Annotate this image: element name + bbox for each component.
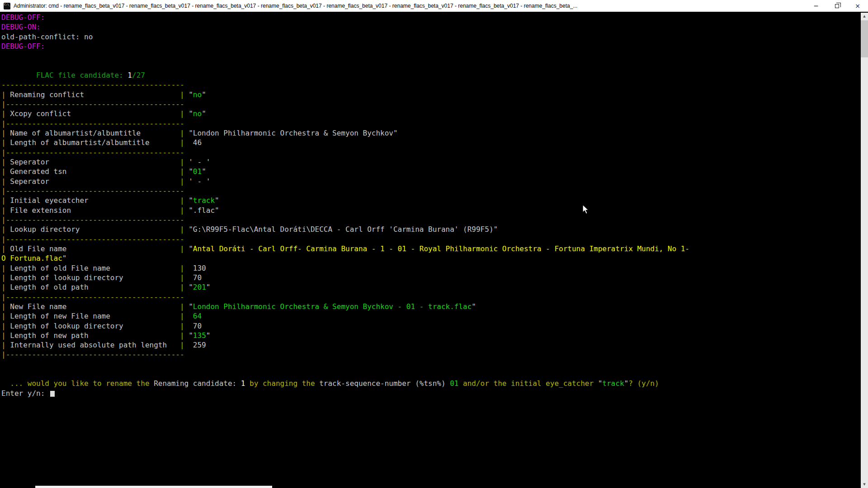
console-text-segment: " (206, 331, 211, 340)
console-text-segment: " (598, 379, 603, 388)
console-text-segment: "G:\R99F5-Flac\Antal Doráti\DECCA - Carl… (189, 225, 498, 234)
console-text-segment: Length of old File name (10, 264, 180, 272)
console-text-segment: no (193, 90, 202, 99)
console-text-segment: ----------------------------------------… (6, 216, 184, 224)
console-text-segment: | (1, 283, 10, 291)
console-text-segment: | (1, 187, 6, 195)
console-line (1, 51, 860, 61)
console-text-segment: | (180, 273, 189, 282)
console-text-segment: 1 (127, 71, 132, 80)
close-button[interactable]: × (847, 0, 868, 12)
console-line: | Seperator | ' - ' (1, 157, 860, 167)
console-text-segment: | (1, 167, 10, 176)
console-text-segment: | (1, 177, 10, 186)
console-text-segment: ".flac" (189, 206, 219, 215)
title-bar[interactable]: C:\_ Administrator: cmd - rename_flacs_b… (0, 0, 868, 12)
console-text-segment: | (1, 264, 10, 272)
console-text-segment: | (1, 158, 10, 166)
console-line: | File extension | ".flac" (1, 206, 860, 215)
console-text-segment: " (189, 331, 193, 340)
console-line: old-path-conflict: no (1, 32, 860, 42)
console-line: | Length of new File name | 64 (1, 311, 860, 321)
console-text-segment: old-path-conflict: no (1, 33, 93, 41)
console-text-segment: Seperator (10, 177, 180, 186)
console-text-segment: Old File name (10, 244, 180, 253)
console-text-segment: | (180, 283, 189, 291)
console-text-segment: File extension (10, 206, 180, 215)
console-text-segment: Seperator (10, 158, 180, 166)
console-line: O Fortuna.flac" (1, 253, 860, 263)
console-text-segment: | (180, 167, 189, 176)
console-line: ... would you like to rename the Renamin… (1, 379, 860, 388)
console-text-segment: DEBUG-ON: (1, 23, 41, 31)
cmd-icon[interactable]: C:\_ (4, 3, 10, 9)
console-text-segment: by changing the (250, 379, 319, 388)
console-text-segment: 64 (193, 312, 202, 320)
console-text-segment: | (180, 206, 189, 215)
console-text-segment: " (189, 196, 193, 205)
console-text-segment: " (202, 167, 206, 176)
restore-button[interactable] (826, 0, 847, 12)
console-text-segment: ----------------------------------------… (1, 80, 184, 89)
console-text-segment: 259 (189, 341, 206, 349)
console-line: |---------------------------------------… (1, 99, 860, 109)
console-line (1, 369, 860, 379)
console-text-segment: 130 (189, 264, 206, 272)
console-text-segment: | (1, 148, 6, 157)
console-text-segment: Internally used absolute path length (10, 341, 180, 349)
console-text-segment: " (206, 283, 211, 291)
minimize-button[interactable]: ─ (806, 0, 826, 12)
console-text-segment: " (189, 90, 193, 99)
console-text-segment: | (1, 109, 10, 118)
text-cursor (50, 391, 55, 397)
console-line: | Generated tsn | "01" (1, 167, 860, 176)
console-line: | Old File name | "Antal Doráti - Carl O… (1, 244, 860, 253)
console-text-segment: | (180, 302, 189, 311)
console-line: |---------------------------------------… (1, 292, 860, 302)
console-line: DEBUG-ON: (1, 22, 860, 32)
console-text-segment: " (472, 302, 476, 311)
console-line: | Initial eyecatcher | "track" (1, 196, 860, 205)
console-text-segment: ----------------------------------------… (6, 293, 184, 301)
console-text-segment: | (1, 273, 10, 282)
console-output[interactable]: DEBUG-OFF:DEBUG-ON:old-path-conflict: no… (1, 13, 860, 398)
console-text-segment: Initial eyecatcher (10, 196, 180, 205)
console-text-segment: " (189, 109, 193, 118)
console-text-segment: Lookup directory (10, 225, 180, 234)
console-text-segment: ----------------------------------------… (6, 187, 184, 195)
console-text-segment: ----------------------------------------… (6, 119, 184, 128)
console-text-segment: New File name (10, 302, 180, 311)
minimize-icon: ─ (814, 2, 818, 9)
horizontal-scrollbar-thumb[interactable] (35, 486, 272, 488)
console-line: |---------------------------------------… (1, 350, 860, 359)
console-text-segment: | (1, 225, 10, 234)
console-text-segment: | (180, 312, 189, 320)
console-text-segment: Length of lookup directory (10, 322, 180, 330)
console-text-segment: 46 (189, 138, 202, 147)
console-line: | Length of new path | "135" (1, 331, 860, 340)
console-text-segment: track (193, 196, 215, 205)
console-line: DEBUG-OFF: (1, 42, 860, 51)
console-text-segment: | (1, 244, 10, 253)
console-text-segment: | (180, 109, 189, 118)
console-text-segment: 135 (193, 331, 206, 340)
vertical-scrollbar[interactable]: ▲ ▼ (861, 13, 868, 488)
console-text-segment: | (180, 322, 189, 330)
scroll-down-arrow-icon[interactable]: ▼ (861, 481, 868, 488)
console-text-segment: | (180, 225, 189, 234)
mouse-pointer-icon (582, 204, 592, 215)
console-text-segment: 1 (241, 379, 250, 388)
console-text-segment: | (1, 235, 6, 244)
console-text-segment: | (1, 206, 10, 215)
console-text-segment: | (1, 216, 6, 224)
console-text-segment: | (1, 138, 10, 147)
vertical-scrollbar-thumb[interactable] (861, 20, 868, 57)
scroll-up-arrow-icon[interactable]: ▲ (861, 13, 868, 20)
console-text-segment: ----------------------------------------… (6, 235, 184, 244)
console-line: | Seperator | ' - ' (1, 177, 860, 186)
console-text-segment: " (189, 244, 193, 253)
window-controls: ─ × (806, 0, 868, 12)
console-text-segment: | (1, 302, 10, 311)
console-text-segment: Length of new path (10, 331, 180, 340)
close-icon: × (855, 2, 860, 9)
